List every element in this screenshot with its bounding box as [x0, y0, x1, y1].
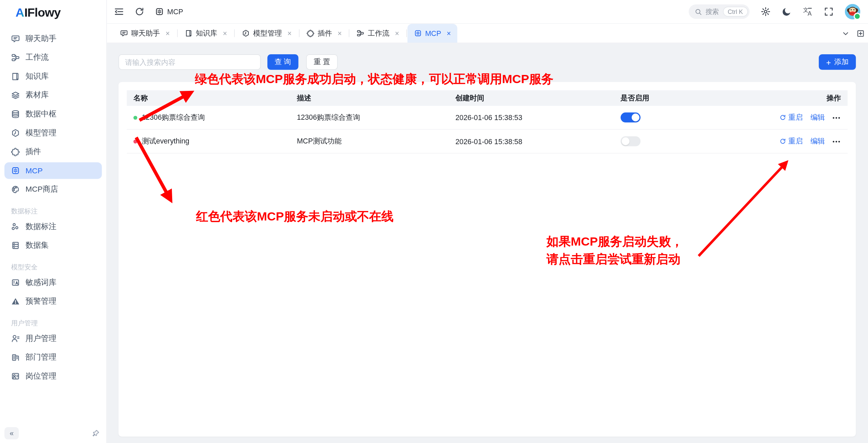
restart-label: 重启: [788, 113, 803, 122]
sidebar: AIFlowy 聊天助手工作流知识库素材库数据中枢模型管理插件MCPMCP商店数…: [0, 0, 107, 443]
restart-link[interactable]: 重启: [780, 136, 803, 146]
edit-link[interactable]: 编辑: [810, 136, 825, 146]
sidebar-item-部门管理[interactable]: 部门管理: [4, 349, 102, 366]
tab-知识库[interactable]: 知识库×: [178, 24, 234, 43]
enable-toggle[interactable]: [621, 136, 641, 146]
mcp-icon: [155, 7, 164, 16]
chat-icon: [120, 30, 128, 37]
sidebar-item-敏感词库[interactable]: 敏感词库: [4, 274, 102, 291]
expand-tabs-icon[interactable]: [856, 29, 865, 38]
tab-label: 插件: [318, 28, 332, 38]
alert-icon: [11, 297, 20, 306]
table-row: 测试everythingMCP测试功能2026-01-06 15:38:58重启…: [127, 130, 848, 153]
tab-divider: [349, 30, 350, 37]
toggle-knob: [631, 114, 639, 121]
sidebar-item-label: 数据集: [25, 240, 49, 250]
cell-description: 12306购票综合查询: [297, 113, 456, 122]
close-icon[interactable]: ×: [287, 29, 291, 38]
sidebar-item-MCP商店[interactable]: MCP商店: [4, 181, 102, 198]
database-icon: [11, 110, 20, 118]
content-area: 查 询 重 置 + 添加 名称描述创建时间是否启用操作 12306购票综合查询1…: [107, 43, 868, 443]
workflow-icon: [357, 30, 365, 37]
more-actions-icon[interactable]: •••: [833, 114, 841, 120]
tab-模型管理[interactable]: 模型管理×: [236, 24, 299, 43]
close-icon[interactable]: ×: [395, 29, 399, 38]
sidebar-item-素材库[interactable]: 素材库: [4, 87, 102, 103]
mcp-icon: [414, 30, 422, 37]
user-icon: [11, 334, 20, 343]
close-icon[interactable]: ×: [447, 29, 451, 38]
sidebar-section-label: 数据标注: [4, 206, 102, 216]
search-label: 搜索: [706, 7, 719, 16]
sidebar-item-label: 数据中枢: [25, 109, 56, 119]
moon-icon[interactable]: [782, 7, 791, 17]
sidebar-item-label: 聊天助手: [25, 34, 56, 44]
enable-toggle[interactable]: [621, 113, 641, 122]
sidebar-menu: 聊天助手工作流知识库素材库数据中枢模型管理插件MCPMCP商店数据标注数据标注数…: [0, 25, 106, 384]
collapse-menu-icon[interactable]: [114, 7, 124, 17]
sidebar-item-预警管理[interactable]: 预警管理: [4, 293, 102, 310]
service-name: 测试everything: [142, 136, 189, 146]
restart-link[interactable]: 重启: [780, 113, 803, 122]
breadcrumb[interactable]: MCP: [155, 7, 183, 16]
sidebar-item-label: 岗位管理: [25, 371, 56, 381]
gear-icon[interactable]: [761, 7, 770, 17]
more-actions-icon[interactable]: •••: [833, 138, 841, 145]
translate-icon[interactable]: 文A: [803, 7, 812, 17]
sidebar-collapse-button[interactable]: «: [4, 427, 19, 439]
cell-name: 12306购票综合查询: [127, 113, 297, 122]
tabs: 聊天助手×知识库×模型管理×插件×工作流×MCP×: [114, 24, 458, 43]
search-input[interactable]: [119, 54, 261, 70]
sensitive-icon: [11, 278, 20, 287]
table-row: 12306购票综合查询12306购票综合查询2026-01-06 15:38:5…: [127, 106, 848, 130]
position-icon: [11, 372, 20, 381]
tab-divider: [177, 30, 178, 37]
sidebar-item-label: 预警管理: [25, 296, 56, 306]
svg-text:A: A: [808, 10, 812, 17]
topbar-actions: 搜索 Ctrl K 文A: [688, 4, 860, 19]
sidebar-item-插件[interactable]: 插件: [4, 143, 102, 160]
sidebar-item-聊天助手[interactable]: 聊天助手: [4, 31, 102, 47]
chevron-down-icon[interactable]: [842, 29, 850, 38]
tab-label: MCP: [425, 29, 441, 38]
query-button[interactable]: 查 询: [267, 54, 298, 70]
pin-icon[interactable]: [92, 429, 100, 437]
fullscreen-icon[interactable]: [824, 7, 833, 17]
restart-label: 重启: [788, 136, 803, 146]
service-name: 12306购票综合查询: [142, 113, 205, 122]
tab-插件[interactable]: 插件×: [300, 24, 348, 43]
close-icon[interactable]: ×: [223, 29, 227, 38]
tab-label: 聊天助手: [131, 28, 160, 38]
department-icon: [11, 353, 20, 362]
sidebar-item-数据集[interactable]: 数据集: [4, 237, 102, 254]
close-icon[interactable]: ×: [165, 29, 169, 38]
add-button[interactable]: + 添加: [819, 54, 856, 70]
sidebar-item-工作流[interactable]: 工作流: [4, 49, 102, 66]
chat-icon: [11, 34, 20, 43]
avatar[interactable]: [845, 4, 861, 19]
sidebar-item-岗位管理[interactable]: 岗位管理: [4, 368, 102, 385]
plugin-icon: [307, 30, 315, 37]
global-search[interactable]: 搜索 Ctrl K: [688, 4, 749, 19]
tab-label: 工作流: [368, 28, 389, 38]
sidebar-item-MCP[interactable]: MCP: [4, 162, 102, 179]
filter-toolbar: 查 询 重 置 + 添加: [119, 54, 856, 70]
sidebar-item-数据标注[interactable]: 数据标注: [4, 218, 102, 235]
app-window: AIFlowy 聊天助手工作流知识库素材库数据中枢模型管理插件MCPMCP商店数…: [0, 0, 868, 443]
column-header-创建时间: 创建时间: [456, 93, 621, 103]
dataset-icon: [11, 241, 20, 250]
sidebar-item-模型管理[interactable]: 模型管理: [4, 125, 102, 141]
close-icon[interactable]: ×: [338, 29, 342, 38]
workflow-icon: [11, 53, 20, 62]
column-header-名称: 名称: [127, 93, 297, 103]
tab-工作流[interactable]: 工作流×: [350, 24, 406, 43]
sidebar-item-知识库[interactable]: 知识库: [4, 68, 102, 85]
sidebar-item-用户管理[interactable]: 用户管理: [4, 330, 102, 347]
sidebar-item-label: MCP商店: [25, 185, 58, 194]
refresh-icon[interactable]: [135, 7, 144, 17]
edit-link[interactable]: 编辑: [810, 113, 825, 122]
tab-MCP[interactable]: MCP×: [407, 24, 458, 43]
tab-聊天助手[interactable]: 聊天助手×: [114, 24, 177, 43]
reset-button[interactable]: 重 置: [306, 54, 338, 70]
sidebar-item-数据中枢[interactable]: 数据中枢: [4, 106, 102, 122]
